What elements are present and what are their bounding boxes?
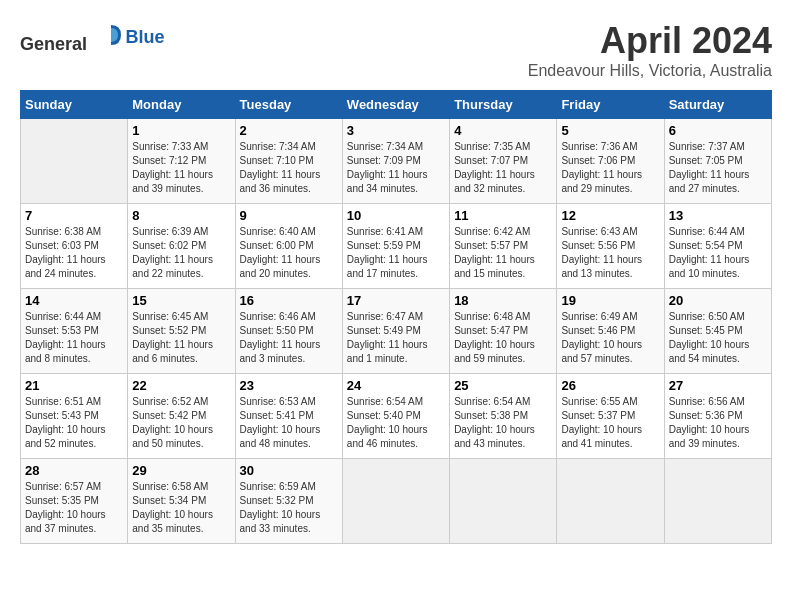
day-number: 19 [561, 293, 659, 308]
day-number: 14 [25, 293, 123, 308]
day-number: 11 [454, 208, 552, 223]
calendar-cell [342, 459, 449, 544]
calendar-week-5: 28Sunrise: 6:57 AM Sunset: 5:35 PM Dayli… [21, 459, 772, 544]
calendar-cell: 4Sunrise: 7:35 AM Sunset: 7:07 PM Daylig… [450, 119, 557, 204]
logo-blue-text: Blue [126, 27, 165, 47]
subtitle: Endeavour Hills, Victoria, Australia [528, 62, 772, 80]
day-info: Sunrise: 7:36 AM Sunset: 7:06 PM Dayligh… [561, 140, 659, 196]
header: General Blue April 2024 Endeavour Hills,… [20, 20, 772, 80]
day-number: 27 [669, 378, 767, 393]
calendar-week-4: 21Sunrise: 6:51 AM Sunset: 5:43 PM Dayli… [21, 374, 772, 459]
day-info: Sunrise: 6:43 AM Sunset: 5:56 PM Dayligh… [561, 225, 659, 281]
day-number: 21 [25, 378, 123, 393]
day-info: Sunrise: 6:44 AM Sunset: 5:54 PM Dayligh… [669, 225, 767, 281]
day-number: 24 [347, 378, 445, 393]
calendar-cell: 30Sunrise: 6:59 AM Sunset: 5:32 PM Dayli… [235, 459, 342, 544]
day-number: 22 [132, 378, 230, 393]
logo: General Blue [20, 20, 165, 55]
day-info: Sunrise: 6:58 AM Sunset: 5:34 PM Dayligh… [132, 480, 230, 536]
day-info: Sunrise: 6:41 AM Sunset: 5:59 PM Dayligh… [347, 225, 445, 281]
header-day-thursday: Thursday [450, 91, 557, 119]
day-number: 10 [347, 208, 445, 223]
calendar-week-3: 14Sunrise: 6:44 AM Sunset: 5:53 PM Dayli… [21, 289, 772, 374]
calendar-cell: 22Sunrise: 6:52 AM Sunset: 5:42 PM Dayli… [128, 374, 235, 459]
calendar-cell: 8Sunrise: 6:39 AM Sunset: 6:02 PM Daylig… [128, 204, 235, 289]
calendar-header-row: SundayMondayTuesdayWednesdayThursdayFrid… [21, 91, 772, 119]
day-info: Sunrise: 7:34 AM Sunset: 7:09 PM Dayligh… [347, 140, 445, 196]
day-number: 4 [454, 123, 552, 138]
calendar-cell: 15Sunrise: 6:45 AM Sunset: 5:52 PM Dayli… [128, 289, 235, 374]
logo-icon [96, 20, 126, 50]
day-info: Sunrise: 6:57 AM Sunset: 5:35 PM Dayligh… [25, 480, 123, 536]
day-info: Sunrise: 6:52 AM Sunset: 5:42 PM Dayligh… [132, 395, 230, 451]
calendar-cell: 12Sunrise: 6:43 AM Sunset: 5:56 PM Dayli… [557, 204, 664, 289]
day-info: Sunrise: 7:33 AM Sunset: 7:12 PM Dayligh… [132, 140, 230, 196]
day-info: Sunrise: 7:35 AM Sunset: 7:07 PM Dayligh… [454, 140, 552, 196]
calendar-cell: 1Sunrise: 7:33 AM Sunset: 7:12 PM Daylig… [128, 119, 235, 204]
day-number: 5 [561, 123, 659, 138]
day-info: Sunrise: 6:40 AM Sunset: 6:00 PM Dayligh… [240, 225, 338, 281]
calendar-cell: 2Sunrise: 7:34 AM Sunset: 7:10 PM Daylig… [235, 119, 342, 204]
calendar-week-1: 1Sunrise: 7:33 AM Sunset: 7:12 PM Daylig… [21, 119, 772, 204]
day-number: 7 [25, 208, 123, 223]
calendar-cell: 29Sunrise: 6:58 AM Sunset: 5:34 PM Dayli… [128, 459, 235, 544]
calendar-cell: 20Sunrise: 6:50 AM Sunset: 5:45 PM Dayli… [664, 289, 771, 374]
calendar-cell [557, 459, 664, 544]
day-number: 15 [132, 293, 230, 308]
day-number: 17 [347, 293, 445, 308]
day-number: 30 [240, 463, 338, 478]
header-day-wednesday: Wednesday [342, 91, 449, 119]
calendar-cell: 27Sunrise: 6:56 AM Sunset: 5:36 PM Dayli… [664, 374, 771, 459]
calendar-cell: 21Sunrise: 6:51 AM Sunset: 5:43 PM Dayli… [21, 374, 128, 459]
day-number: 9 [240, 208, 338, 223]
header-day-friday: Friday [557, 91, 664, 119]
day-info: Sunrise: 6:56 AM Sunset: 5:36 PM Dayligh… [669, 395, 767, 451]
calendar-cell: 14Sunrise: 6:44 AM Sunset: 5:53 PM Dayli… [21, 289, 128, 374]
calendar-cell [21, 119, 128, 204]
day-info: Sunrise: 6:50 AM Sunset: 5:45 PM Dayligh… [669, 310, 767, 366]
header-day-tuesday: Tuesday [235, 91, 342, 119]
calendar-cell: 17Sunrise: 6:47 AM Sunset: 5:49 PM Dayli… [342, 289, 449, 374]
day-number: 26 [561, 378, 659, 393]
header-day-saturday: Saturday [664, 91, 771, 119]
calendar-cell: 18Sunrise: 6:48 AM Sunset: 5:47 PM Dayli… [450, 289, 557, 374]
logo-general-text: General [20, 34, 87, 54]
day-number: 8 [132, 208, 230, 223]
day-info: Sunrise: 6:53 AM Sunset: 5:41 PM Dayligh… [240, 395, 338, 451]
day-info: Sunrise: 6:44 AM Sunset: 5:53 PM Dayligh… [25, 310, 123, 366]
day-number: 1 [132, 123, 230, 138]
calendar-cell: 16Sunrise: 6:46 AM Sunset: 5:50 PM Dayli… [235, 289, 342, 374]
day-number: 20 [669, 293, 767, 308]
day-info: Sunrise: 6:54 AM Sunset: 5:38 PM Dayligh… [454, 395, 552, 451]
day-number: 28 [25, 463, 123, 478]
day-info: Sunrise: 6:46 AM Sunset: 5:50 PM Dayligh… [240, 310, 338, 366]
day-number: 29 [132, 463, 230, 478]
header-day-monday: Monday [128, 91, 235, 119]
day-info: Sunrise: 6:54 AM Sunset: 5:40 PM Dayligh… [347, 395, 445, 451]
day-info: Sunrise: 6:39 AM Sunset: 6:02 PM Dayligh… [132, 225, 230, 281]
day-info: Sunrise: 6:38 AM Sunset: 6:03 PM Dayligh… [25, 225, 123, 281]
calendar-cell: 24Sunrise: 6:54 AM Sunset: 5:40 PM Dayli… [342, 374, 449, 459]
calendar-cell: 6Sunrise: 7:37 AM Sunset: 7:05 PM Daylig… [664, 119, 771, 204]
day-info: Sunrise: 6:59 AM Sunset: 5:32 PM Dayligh… [240, 480, 338, 536]
day-info: Sunrise: 6:42 AM Sunset: 5:57 PM Dayligh… [454, 225, 552, 281]
calendar-cell: 11Sunrise: 6:42 AM Sunset: 5:57 PM Dayli… [450, 204, 557, 289]
calendar-cell: 10Sunrise: 6:41 AM Sunset: 5:59 PM Dayli… [342, 204, 449, 289]
calendar-cell [664, 459, 771, 544]
day-number: 3 [347, 123, 445, 138]
day-number: 23 [240, 378, 338, 393]
calendar-week-2: 7Sunrise: 6:38 AM Sunset: 6:03 PM Daylig… [21, 204, 772, 289]
day-number: 6 [669, 123, 767, 138]
calendar-cell: 9Sunrise: 6:40 AM Sunset: 6:00 PM Daylig… [235, 204, 342, 289]
calendar-cell: 26Sunrise: 6:55 AM Sunset: 5:37 PM Dayli… [557, 374, 664, 459]
calendar-cell: 7Sunrise: 6:38 AM Sunset: 6:03 PM Daylig… [21, 204, 128, 289]
calendar-cell: 13Sunrise: 6:44 AM Sunset: 5:54 PM Dayli… [664, 204, 771, 289]
day-number: 12 [561, 208, 659, 223]
calendar-cell: 25Sunrise: 6:54 AM Sunset: 5:38 PM Dayli… [450, 374, 557, 459]
day-number: 25 [454, 378, 552, 393]
calendar-cell: 23Sunrise: 6:53 AM Sunset: 5:41 PM Dayli… [235, 374, 342, 459]
calendar-cell: 3Sunrise: 7:34 AM Sunset: 7:09 PM Daylig… [342, 119, 449, 204]
day-info: Sunrise: 6:47 AM Sunset: 5:49 PM Dayligh… [347, 310, 445, 366]
day-info: Sunrise: 6:55 AM Sunset: 5:37 PM Dayligh… [561, 395, 659, 451]
day-number: 2 [240, 123, 338, 138]
